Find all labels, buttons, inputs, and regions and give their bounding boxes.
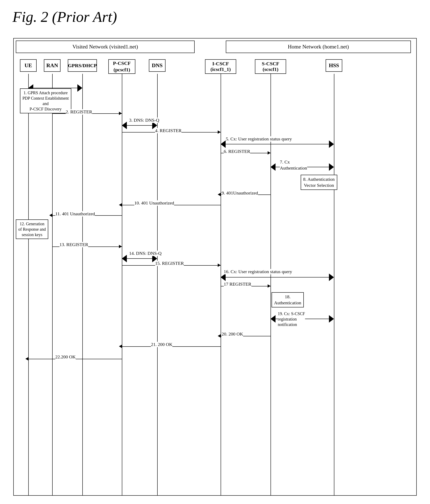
- step3-label: 3. DNS: DNS-Q: [129, 117, 159, 123]
- step17-arrowhead: [268, 284, 270, 288]
- step10-label: 10. 401 Unauthorized: [134, 200, 174, 206]
- step11-label: 11. 401 Unauthorized: [55, 211, 95, 216]
- page-title: Fig. 2 (Prior Art): [12, 8, 418, 26]
- step20-arrowhead: [218, 334, 221, 338]
- step22-label: 22.200 OK: [55, 354, 76, 360]
- step18-box: 18.Authentication: [272, 292, 304, 307]
- step4-arrowhead: [218, 130, 221, 134]
- step6-label: 6. REGISTER: [224, 149, 250, 154]
- step7-label: 7. CxAuthentication: [280, 159, 307, 171]
- icscf-lifeline: [221, 74, 221, 495]
- dns-lifeline: [157, 74, 158, 495]
- step13-label: 13. REGISTER: [60, 242, 88, 247]
- step21-label: 21. 200 OK: [151, 342, 172, 347]
- visited-network-label: Visited Network (visited1.net): [72, 44, 138, 50]
- scscf-entity: S-CSCF(scscf1): [255, 59, 286, 74]
- step9-label: 9. 401Unauthorized: [222, 190, 258, 196]
- gprs-entity: GPRS/DHCP: [68, 59, 97, 72]
- step19-label: 19. Cx: S-CSCFregistrationnotification: [278, 311, 305, 327]
- step11-arrowhead: [49, 214, 52, 217]
- step1-label: 1. GPRS Attach procedurePDP Context Esta…: [20, 88, 71, 113]
- step12-box: 12. Generationof Response andsession key…: [16, 219, 48, 239]
- step8-box: 8. AuthenticationVector Selection: [301, 175, 337, 190]
- step5-label: 5. Cx: User registration status query: [226, 136, 292, 142]
- step21-arrowhead: [119, 345, 122, 348]
- step6-arrowhead: [268, 151, 270, 154]
- step2-arrowhead: [119, 112, 122, 115]
- visited-network-box: Visited Network (visited1.net): [16, 41, 195, 53]
- ue-entity: UE: [20, 59, 36, 72]
- ue-lifeline: [28, 74, 29, 495]
- pcscf-entity: P-CSCF(pcscf1): [108, 59, 135, 74]
- dns-entity: DNS: [149, 59, 166, 72]
- gprs-lifeline: [82, 74, 83, 495]
- step2-label: 2. REGISTER: [66, 109, 92, 115]
- hss-lifeline: [334, 74, 334, 495]
- step13-arrowhead: [119, 245, 122, 248]
- step4-label: 4. REGISTER: [155, 128, 181, 133]
- step9-arrowhead: [218, 193, 221, 196]
- home-network-box: Home Network (home1.net): [226, 41, 411, 53]
- step22-arrowhead: [25, 357, 28, 360]
- step17-label: 17 REGISTER: [224, 281, 251, 287]
- diagram-container: Visited Network (visited1.net) Home Netw…: [13, 38, 417, 496]
- step15-arrowhead: [218, 263, 221, 267]
- step10-arrowhead: [119, 203, 122, 207]
- home-network-label: Home Network (home1.net): [288, 44, 349, 50]
- step20-label: 20. 200 OK: [222, 331, 243, 337]
- pcscf-lifeline: [122, 74, 122, 495]
- step16-label: 16. Cx: User registration status query: [224, 269, 292, 274]
- ran-entity: RAN: [44, 59, 61, 72]
- step14-label: 14. DNS: DNS-Q: [129, 251, 161, 256]
- step16-arrow: [221, 274, 334, 281]
- icscf-entity: I-CSCF(icscf1_1): [205, 59, 236, 74]
- ran-lifeline: [52, 74, 53, 495]
- hss-entity: HSS: [326, 59, 342, 72]
- step15-label: 15. REGISTER: [155, 261, 184, 266]
